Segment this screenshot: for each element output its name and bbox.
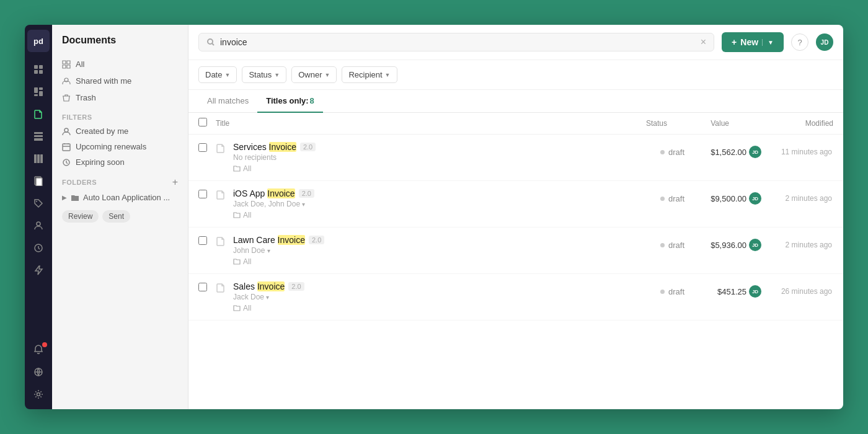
doc-recipients-3: Jack Doe ▾ xyxy=(233,293,593,301)
status-dot-2 xyxy=(660,243,665,247)
doc-avatar-col-2: JD xyxy=(746,239,764,251)
table-row[interactable]: Services Invoice 2.0 No recipients All xyxy=(188,135,843,181)
owner-filter-button[interactable]: Owner ▼ xyxy=(291,66,337,83)
doc-recipients-2: John Doe ▾ xyxy=(233,246,593,255)
doc-title-highlight-1: Invoice xyxy=(267,188,294,198)
column-header-value: Value xyxy=(667,119,729,128)
folder-chevron-icon: ▶ xyxy=(62,194,67,201)
nav-grid-icon[interactable] xyxy=(27,60,50,79)
table-row[interactable]: Lawn Care Invoice 2.0 John Doe ▾ All xyxy=(188,228,843,274)
doc-body-3: Sales Invoice 2.0 Jack Doe ▾ All xyxy=(233,281,593,312)
row-checkbox-3[interactable] xyxy=(198,281,211,294)
column-header-modified: Modified xyxy=(746,119,833,128)
tabs-row: All matches Titles only:8 xyxy=(188,90,843,113)
svg-rect-8 xyxy=(34,132,43,134)
sidebar-nav-trash[interactable]: Trash xyxy=(52,89,188,106)
column-header-status: Status xyxy=(580,119,667,128)
table-row[interactable]: Sales Invoice 2.0 Jack Doe ▾ All dr xyxy=(188,274,843,321)
nav-globe-icon[interactable] xyxy=(27,362,50,382)
doc-body-1: iOS App Invoice 2.0 Jack Doe, John Doe ▾… xyxy=(233,188,593,219)
filters-row: Date ▼ Status ▼ Owner ▼ Recipient ▼ xyxy=(188,60,843,90)
folders-label: Folders xyxy=(62,179,97,186)
app-logo[interactable]: pd xyxy=(27,30,50,52)
svg-rect-4 xyxy=(34,87,38,93)
doc-status-1: draft xyxy=(598,194,684,203)
sidebar-nav-shared[interactable]: Shared with me xyxy=(52,73,188,89)
tab-titles-only[interactable]: Titles only:8 xyxy=(257,90,323,113)
help-button[interactable]: ? xyxy=(791,33,808,51)
nav-tag-icon[interactable] xyxy=(27,193,50,213)
nav-pages-icon[interactable] xyxy=(27,171,50,191)
doc-folder-0: All xyxy=(233,164,593,173)
status-text-0: draft xyxy=(668,148,684,157)
svg-rect-13 xyxy=(40,154,43,163)
doc-avatar-col-0: JD xyxy=(746,146,764,158)
status-text-2: draft xyxy=(668,241,684,250)
logo-text: pd xyxy=(33,37,43,46)
status-dot-0 xyxy=(660,150,665,154)
nav-columns-icon[interactable] xyxy=(27,149,50,169)
doc-avatar-0: JD xyxy=(749,146,761,158)
svg-rect-2 xyxy=(34,70,38,74)
nav-table-icon[interactable] xyxy=(27,126,50,146)
svg-point-22 xyxy=(64,128,68,132)
new-button[interactable]: + New ▼ xyxy=(722,32,784,52)
doc-avatar-1: JD xyxy=(749,192,761,205)
sidebar-nav-all[interactable]: All xyxy=(52,56,188,73)
doc-folder-3: All xyxy=(233,304,593,312)
filter-created-by-me[interactable]: Created by me xyxy=(52,123,188,139)
doc-version-2: 2.0 xyxy=(309,236,324,244)
doc-avatar-3: JD xyxy=(749,285,761,298)
svg-point-16 xyxy=(36,201,37,202)
doc-status-0: draft xyxy=(598,148,684,157)
doc-status-2: draft xyxy=(598,241,684,250)
recipient-filter-button[interactable]: Recipient ▼ xyxy=(342,66,397,83)
row-checkbox-0[interactable] xyxy=(198,142,211,154)
new-icon: + xyxy=(732,37,737,47)
table-row[interactable]: iOS App Invoice 2.0 Jack Doe, John Doe ▾… xyxy=(188,181,843,228)
search-clear-button[interactable]: × xyxy=(701,37,706,47)
doc-avatar-col-1: JD xyxy=(746,192,764,205)
date-filter-button[interactable]: Date ▼ xyxy=(198,66,237,83)
row-checkbox-2[interactable] xyxy=(198,235,211,247)
date-filter-arrow: ▼ xyxy=(224,72,230,78)
tag-sent[interactable]: Sent xyxy=(102,210,130,223)
search-input[interactable] xyxy=(220,37,696,47)
search-input-wrap: × xyxy=(198,33,714,51)
doc-title-0: Services Invoice xyxy=(233,142,296,152)
doc-file-icon-0 xyxy=(216,142,228,156)
select-all-checkbox[interactable] xyxy=(198,118,207,126)
add-folder-button[interactable]: + xyxy=(172,177,178,187)
notification-badge xyxy=(42,342,47,347)
nav-dashboard-icon[interactable] xyxy=(27,82,50,102)
svg-rect-10 xyxy=(34,138,43,141)
svg-point-20 xyxy=(37,393,40,396)
doc-value-2: $5,936.00 xyxy=(684,241,746,250)
filter-expiring-soon[interactable]: Expiring soon xyxy=(52,154,188,170)
nav-settings-icon[interactable] xyxy=(27,384,50,404)
user-avatar[interactable]: JD xyxy=(816,33,833,51)
tag-review[interactable]: Review xyxy=(62,210,99,223)
filters-section-label: Filters xyxy=(52,106,188,123)
doc-body-2: Lawn Care Invoice 2.0 John Doe ▾ All xyxy=(233,235,593,266)
row-checkbox-1[interactable] xyxy=(198,188,211,201)
doc-status-3: draft xyxy=(598,287,684,296)
filter-upcoming-renewals[interactable]: Upcoming renewals xyxy=(52,139,188,154)
doc-modified-1: 2 minutes ago xyxy=(764,194,832,203)
tag-row: Review Sent xyxy=(52,205,188,228)
svg-rect-6 xyxy=(39,91,43,96)
folder-auto-loan[interactable]: ▶ Auto Loan Application ... xyxy=(52,190,188,205)
tab-all-matches[interactable]: All matches xyxy=(198,90,257,113)
doc-title-highlight-2: Invoice xyxy=(278,235,305,245)
doc-avatar-col-3: JD xyxy=(746,285,764,298)
doc-file-icon-2 xyxy=(216,235,228,249)
status-filter-button[interactable]: Status ▼ xyxy=(242,66,286,83)
nav-clock-icon[interactable] xyxy=(27,238,50,258)
nav-document-icon[interactable] xyxy=(27,104,50,124)
column-header-title: Title xyxy=(216,119,580,128)
doc-value-3: $451.25 xyxy=(684,287,746,296)
nav-notification-icon[interactable] xyxy=(27,340,50,360)
nav-contacts-icon[interactable] xyxy=(27,216,50,236)
nav-bolt-icon[interactable] xyxy=(27,260,50,280)
status-filter-arrow: ▼ xyxy=(274,72,280,78)
